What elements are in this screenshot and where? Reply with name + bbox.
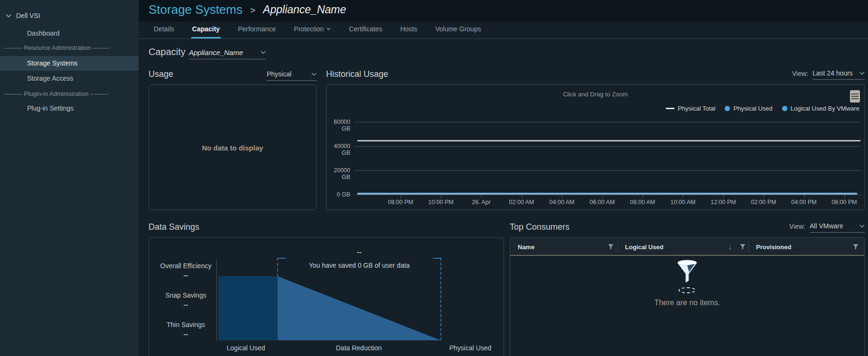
- funnel-label-logical-used: Logical Used: [208, 344, 284, 352]
- historical-view-selector[interactable]: Last 24 hours: [812, 69, 865, 80]
- series-logical-used-line: [357, 193, 857, 195]
- savings-banner-value: --: [278, 248, 441, 256]
- top-consumers-view-value: All VMware: [810, 222, 843, 230]
- chevron-down-icon: [327, 28, 331, 30]
- dot-marker-icon: [725, 106, 730, 111]
- tab-details[interactable]: Details: [153, 25, 175, 38]
- empty-funnel-icon: [676, 260, 699, 285]
- top-consumers-table: Name Logical Used ↓ Provisioned There ar…: [510, 237, 865, 356]
- x-axis-label: 10:00 PM: [422, 199, 460, 206]
- sidebar: Dell VSI Dashboard --------- Resource Ad…: [0, 0, 139, 356]
- filter-icon[interactable]: [740, 244, 746, 250]
- gridline-20000: [354, 170, 861, 171]
- funnel-drip-ellipse: [679, 287, 696, 293]
- column-header-provisioned[interactable]: Provisioned: [756, 244, 791, 251]
- series-physical-total-line: [357, 140, 860, 141]
- gridline-0: [354, 195, 861, 195]
- sidebar-item-storage-access[interactable]: Storage Access: [0, 71, 139, 86]
- gridline-40000: [354, 146, 861, 147]
- sidebar-item-dell-vsi[interactable]: Dell VSI: [6, 12, 40, 19]
- x-axis-label: 06:00 AM: [583, 199, 621, 206]
- tab-bar: Details Capacity Performance Protection …: [139, 22, 868, 39]
- sidebar-separator-resource-administration: --------- Resource Administration ------…: [4, 44, 139, 51]
- chevron-down-icon: [261, 51, 266, 54]
- sidebar-item-storage-systems[interactable]: Storage Systems: [0, 56, 139, 71]
- sidebar-item-dashboard[interactable]: Dashboard: [0, 26, 139, 41]
- data-savings-panel: Overall Efficiency -- Snap Savings -- Th…: [149, 237, 504, 356]
- chevron-down-icon: [859, 72, 865, 75]
- breadcrumb-storage-systems[interactable]: Storage Systems: [149, 2, 243, 17]
- top-consumers-title: Top Consumers: [510, 222, 569, 232]
- metric-snap-savings-label: Snap Savings: [154, 291, 218, 299]
- metric-overall-efficiency-label: Overall Efficiency: [154, 262, 218, 270]
- legend-physical-total[interactable]: Physical Total: [666, 105, 715, 112]
- y-axis-label: 20000 GB: [327, 167, 350, 180]
- savings-bracket-right-dash: [440, 258, 441, 340]
- logical-used-bar: [218, 276, 278, 340]
- tab-performance[interactable]: Performance: [237, 25, 277, 38]
- usage-section-title: Usage: [149, 69, 173, 79]
- y-axis-label: 40000 GB: [327, 143, 350, 156]
- legend-logical-used-by-vmware[interactable]: Logical Used By VMware: [782, 105, 859, 112]
- tab-hosts[interactable]: Hosts: [399, 25, 418, 38]
- top-consumers-empty-message: There are no items.: [510, 299, 864, 307]
- usage-panel: No data to display: [149, 84, 317, 210]
- x-axis-label: 02:00 AM: [503, 199, 541, 206]
- table-header-row: Name Logical Used ↓ Provisioned: [510, 238, 864, 256]
- column-divider[interactable]: [748, 241, 749, 253]
- sidebar-item-plugin-settings[interactable]: Plug-in Settings: [0, 101, 139, 116]
- sidebar-root-label: Dell VSI: [16, 12, 40, 19]
- chart-menu-icon[interactable]: [850, 90, 860, 103]
- savings-bracket-left-corner: [277, 258, 286, 259]
- usage-metric-selector-value: Physical: [267, 70, 291, 78]
- page-title: Appliance_Name: [263, 3, 346, 16]
- savings-axis-line: [216, 259, 217, 340]
- funnel-label-physical-used: Physical Used: [432, 344, 508, 352]
- x-axis-label: 08:00 PM: [382, 199, 420, 206]
- metric-thin-savings-label: Thin Savings: [154, 321, 218, 328]
- tab-volume-groups[interactable]: Volume Groups: [434, 25, 482, 38]
- breadcrumb-separator-icon: >: [250, 5, 255, 16]
- filter-icon[interactable]: [608, 244, 614, 250]
- tab-protection[interactable]: Protection: [293, 25, 332, 38]
- x-axis-label: 02:00 PM: [745, 199, 783, 206]
- data-reduction-wedge: [278, 276, 441, 340]
- tab-capacity[interactable]: Capacity: [191, 25, 221, 38]
- line-marker-icon: [666, 108, 674, 109]
- sort-descending-icon[interactable]: ↓: [728, 243, 732, 251]
- column-divider[interactable]: [617, 241, 618, 253]
- chart-legend: Physical Total Physical Used Logical Use…: [666, 105, 859, 112]
- legend-physical-used[interactable]: Physical Used: [725, 105, 772, 112]
- capacity-section-title: Capacity: [149, 47, 186, 57]
- column-header-name[interactable]: Name: [518, 244, 534, 251]
- breadcrumb: Storage Systems > Appliance_Name: [149, 2, 346, 17]
- metric-snap-savings-value: --: [154, 301, 218, 309]
- x-axis-label: 12:00 PM: [704, 199, 742, 206]
- metric-overall-efficiency-value: --: [154, 272, 218, 279]
- chevron-down-icon: [6, 14, 11, 18]
- sidebar-separator-plugin-administration: --------- Plugin-in Administration -----…: [4, 90, 139, 97]
- usage-metric-selector[interactable]: Physical: [267, 70, 317, 81]
- historical-view-label: View:: [792, 69, 808, 77]
- funnel-label-data-reduction: Data Reduction: [321, 344, 397, 352]
- savings-bracket-right-corner: [433, 258, 441, 259]
- tab-certificates[interactable]: Certificates: [348, 25, 383, 38]
- historical-usage-title: Historical Usage: [326, 69, 388, 79]
- historical-usage-chart[interactable]: Click and Drag to Zoom Physical Total Ph…: [326, 84, 865, 210]
- x-axis-label: 06:00 PM: [825, 199, 863, 206]
- appliance-selector[interactable]: Appliance_Name: [189, 48, 266, 59]
- column-header-logical-used[interactable]: Logical Used: [625, 244, 663, 251]
- x-axis-label: 08:00 AM: [624, 199, 662, 206]
- chevron-down-icon: [311, 73, 317, 76]
- y-axis-label: 0 GB: [327, 191, 350, 198]
- x-axis-label: 26. Apr: [462, 199, 500, 206]
- x-axis-label: 04:00 AM: [543, 199, 581, 206]
- chevron-down-icon: [859, 225, 865, 228]
- top-consumers-view-selector[interactable]: All VMware: [810, 222, 865, 233]
- x-axis-label: 10:00 AM: [664, 199, 702, 206]
- filter-icon[interactable]: [853, 244, 859, 250]
- metric-thin-savings-value: --: [154, 330, 218, 338]
- gridline-60000: [354, 122, 861, 122]
- usage-empty-message: No data to display: [149, 144, 316, 152]
- top-consumers-view-control: View: All VMware: [789, 222, 865, 233]
